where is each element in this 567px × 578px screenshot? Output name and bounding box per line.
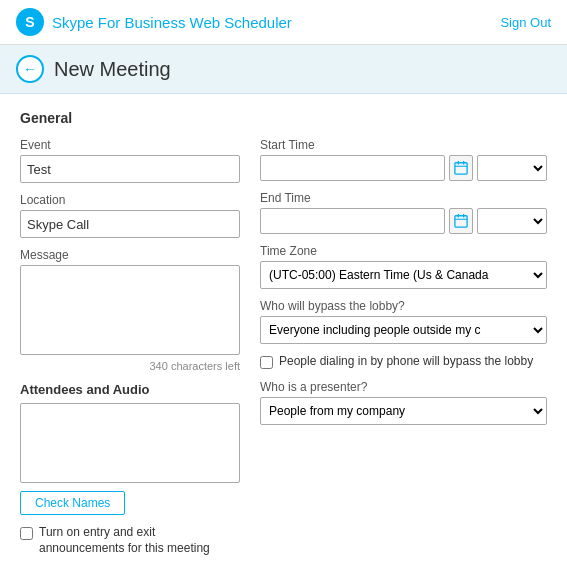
- timezone-group: Time Zone (UTC-05:00) Eastern Time (Us &…: [260, 244, 547, 289]
- announcement-label: Turn on entry and exit announcements for…: [39, 525, 240, 556]
- announcement-row: Turn on entry and exit announcements for…: [20, 525, 240, 556]
- start-time-row: 8:00 AM 9:00 AM 10:00 AM: [260, 155, 547, 181]
- form-layout: Event Location Message 340 characters le…: [20, 138, 547, 556]
- attendees-title: Attendees and Audio: [20, 382, 240, 397]
- attendees-box[interactable]: [20, 403, 240, 483]
- app-header: S Skype For Business Web Scheduler Sign …: [0, 0, 567, 45]
- message-group: Message 340 characters left: [20, 248, 240, 372]
- phone-lobby-row: People dialing in by phone will bypass t…: [260, 354, 547, 370]
- calendar-svg-end: [454, 214, 468, 228]
- location-group: Location: [20, 193, 240, 238]
- event-label: Event: [20, 138, 240, 152]
- presenter-group: Who is a presenter? People from my compa…: [260, 380, 547, 425]
- message-label: Message: [20, 248, 240, 262]
- end-calendar-icon[interactable]: [449, 208, 473, 234]
- check-names-button[interactable]: Check Names: [20, 491, 125, 515]
- lobby-label: Who will bypass the lobby?: [260, 299, 547, 313]
- end-time-group: End Time 9:00 AM 10:00 A: [260, 191, 547, 234]
- sign-out-link[interactable]: Sign Out: [500, 15, 551, 30]
- start-calendar-icon[interactable]: [449, 155, 473, 181]
- svg-rect-4: [455, 216, 467, 227]
- start-date-input[interactable]: [260, 155, 445, 181]
- start-time-label: Start Time: [260, 138, 547, 152]
- lobby-group: Who will bypass the lobby? Everyone incl…: [260, 299, 547, 344]
- event-group: Event: [20, 138, 240, 183]
- presenter-label: Who is a presenter?: [260, 380, 547, 394]
- page-title-bar: ← New Meeting: [0, 45, 567, 94]
- end-time-label: End Time: [260, 191, 547, 205]
- location-input[interactable]: [20, 210, 240, 238]
- app-title: Skype For Business Web Scheduler: [52, 14, 292, 31]
- svg-rect-0: [455, 163, 467, 174]
- calendar-svg: [454, 161, 468, 175]
- phone-lobby-checkbox[interactable]: [260, 356, 273, 369]
- header-left: S Skype For Business Web Scheduler: [16, 8, 292, 36]
- skype-logo: S: [16, 8, 44, 36]
- back-button[interactable]: ←: [16, 55, 44, 83]
- main-content: General Event Location Message 340 chara…: [0, 94, 567, 572]
- page-title: New Meeting: [54, 58, 171, 81]
- presenter-select[interactable]: People from my company Everyone Only the…: [260, 397, 547, 425]
- general-section-title: General: [20, 110, 547, 126]
- timezone-label: Time Zone: [260, 244, 547, 258]
- timezone-select[interactable]: (UTC-05:00) Eastern Time (Us & Canada (U…: [260, 261, 547, 289]
- start-time-select[interactable]: 8:00 AM 9:00 AM 10:00 AM: [477, 155, 547, 181]
- char-count: 340 characters left: [20, 360, 240, 372]
- end-date-input[interactable]: [260, 208, 445, 234]
- back-icon: ←: [23, 61, 37, 77]
- end-time-row: 9:00 AM 10:00 AM 11:00 AM: [260, 208, 547, 234]
- start-time-group: Start Time 8:00 AM 9:00: [260, 138, 547, 181]
- end-time-select[interactable]: 9:00 AM 10:00 AM 11:00 AM: [477, 208, 547, 234]
- left-column: Event Location Message 340 characters le…: [20, 138, 240, 556]
- phone-lobby-label: People dialing in by phone will bypass t…: [279, 354, 533, 370]
- right-column: Start Time 8:00 AM 9:00: [260, 138, 547, 556]
- event-input[interactable]: [20, 155, 240, 183]
- location-label: Location: [20, 193, 240, 207]
- message-textarea[interactable]: [20, 265, 240, 355]
- announcement-checkbox[interactable]: [20, 527, 33, 540]
- lobby-select[interactable]: Everyone including people outside my c P…: [260, 316, 547, 344]
